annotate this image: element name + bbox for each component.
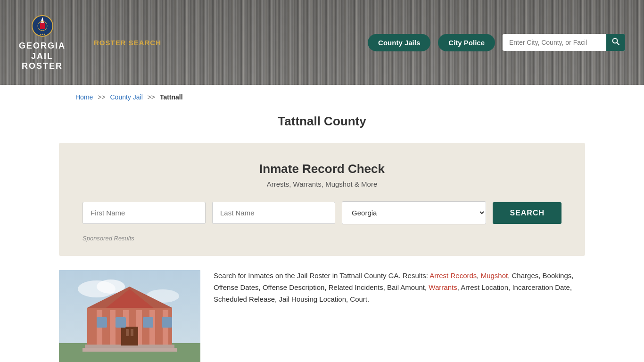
first-name-input[interactable] <box>83 202 206 224</box>
breadcrumb-sep-1: >> <box>98 93 105 101</box>
svg-rect-23 <box>121 327 138 346</box>
svg-rect-26 <box>97 317 107 328</box>
logo-area: ★★★ GEORGIA JAIL JAIL ROSTER ROSTER <box>19 13 66 72</box>
sponsored-results-label: Sponsored Results <box>83 235 561 242</box>
mugshot-link[interactable]: Mugshot <box>481 272 508 280</box>
breadcrumb-home[interactable]: Home <box>75 93 93 101</box>
georgia-seal-icon: ★★★ <box>28 13 57 39</box>
content-description: Search for Inmates on the Jail Roster in… <box>214 270 585 305</box>
svg-rect-15 <box>97 310 102 346</box>
svg-rect-25 <box>131 329 133 336</box>
record-search-button[interactable]: SEARCH <box>493 202 561 224</box>
city-police-button[interactable]: City Police <box>438 34 495 51</box>
header-search-button[interactable] <box>606 34 625 51</box>
nav-right: County Jails City Police <box>368 34 625 51</box>
arrest-records-link[interactable]: Arrest Records <box>429 272 477 280</box>
header-search-input[interactable] <box>503 35 606 50</box>
content-section: Search for Inmates on the Jail Roster in… <box>59 270 585 362</box>
state-select[interactable]: Georgia Alabama Florida Tennessee <box>342 201 486 224</box>
warrants-link[interactable]: Warrants <box>429 283 457 291</box>
svg-point-10 <box>97 280 125 294</box>
svg-rect-16 <box>110 310 116 346</box>
logo-georgia: GEORGIA <box>19 41 66 51</box>
courthouse-image <box>59 270 200 362</box>
header-search-bar <box>503 34 625 51</box>
svg-text:★★★: ★★★ <box>40 33 46 36</box>
svg-point-11 <box>146 289 179 303</box>
svg-rect-28 <box>143 317 153 328</box>
record-check-subtitle: Arrests, Warrants, Mugshot & More <box>83 180 561 188</box>
svg-rect-24 <box>126 329 129 336</box>
breadcrumb-sep-2: >> <box>148 93 155 101</box>
svg-rect-20 <box>163 310 168 346</box>
breadcrumb-current: Tattnall <box>160 93 183 101</box>
logo-roster-display: ROSTER <box>22 61 63 72</box>
courthouse-svg <box>59 270 200 362</box>
svg-line-7 <box>617 43 619 45</box>
svg-rect-22 <box>83 348 177 352</box>
record-check-title: Inmate Record Check <box>83 162 561 176</box>
last-name-input[interactable] <box>212 202 335 224</box>
roster-search-link[interactable]: ROSTER SEARCH <box>94 39 161 47</box>
site-header: ★★★ GEORGIA JAIL JAIL ROSTER ROSTER ROST… <box>0 0 644 85</box>
breadcrumb-county-jail[interactable]: County Jail <box>110 93 143 101</box>
breadcrumb: Home >> County Jail >> Tattnall <box>0 85 644 109</box>
svg-rect-27 <box>116 317 126 328</box>
logo-jail: JAIL <box>31 51 53 62</box>
record-check-box: Inmate Record Check Arrests, Warrants, M… <box>59 143 585 256</box>
county-jails-button[interactable]: County Jails <box>368 34 430 51</box>
record-check-form: Georgia Alabama Florida Tennessee SEARCH <box>83 201 561 224</box>
svg-rect-3 <box>40 23 45 29</box>
svg-rect-29 <box>162 317 172 328</box>
page-title: Tattnall County <box>0 114 644 129</box>
search-icon <box>612 38 619 45</box>
svg-rect-19 <box>149 310 155 346</box>
